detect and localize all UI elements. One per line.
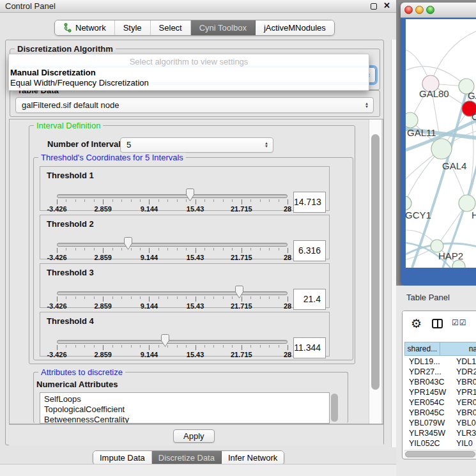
table-header-row: shared... na: [404, 342, 476, 356]
slider-thumb[interactable]: [123, 236, 133, 250]
threshold-value-field[interactable]: 21.4: [293, 289, 326, 310]
tab-jactivemnodules-label: jActiveMNodules: [264, 23, 326, 33]
slider-track[interactable]: [57, 340, 288, 344]
combo-arrows-icon: ▲ ▼: [265, 142, 268, 148]
node-gal11[interactable]: [406, 112, 418, 128]
scale-label: 9.144: [141, 254, 158, 261]
scale-label: 9.144: [141, 351, 158, 358]
tick-mark: [204, 199, 205, 202]
cell-shared-name: YDR27...: [404, 367, 452, 377]
tick-mark: [66, 296, 66, 299]
slider-thumb[interactable]: [185, 188, 195, 202]
tab-jactivemnodules[interactable]: jActiveMNodules: [256, 20, 334, 35]
select-columns-icon[interactable]: ☑☑: [452, 318, 467, 327]
tab-cyni-toolbox[interactable]: Cyni Toolbox: [191, 20, 256, 35]
tab-network[interactable]: Network: [55, 20, 115, 35]
column-header-shared-name[interactable]: shared...: [404, 342, 440, 356]
tick-mark: [94, 199, 95, 202]
float-window-icon[interactable]: [371, 3, 377, 10]
table-row[interactable]: YPR145W YPR1: [404, 387, 476, 397]
attribute-list-item[interactable]: TopologicalCoefficient: [40, 404, 329, 415]
zoom-traffic-light-icon[interactable]: [426, 6, 434, 14]
threshold-value-field[interactable]: 11.344: [293, 337, 326, 358]
apply-button[interactable]: Apply: [173, 429, 215, 443]
threshold-value-field[interactable]: 6.316: [293, 240, 326, 261]
close-traffic-light-icon[interactable]: [404, 6, 413, 14]
scrollbar-thumb[interactable]: [405, 451, 475, 457]
tick-mark: [269, 345, 270, 348]
table-row[interactable]: YDL19... YDL1: [404, 357, 476, 367]
slider-scale: -3.4262.8599.14415.4321.71528: [57, 351, 288, 358]
table-toolbar: ⚙ ☑☑: [403, 311, 476, 341]
node-table-card: ⚙ ☑☑ shared... na YDL19... YDL1YDR27... …: [402, 311, 476, 459]
slider-thumb[interactable]: [160, 334, 170, 348]
table-row[interactable]: YBR045C YBR0: [404, 408, 476, 418]
table-data-combobox[interactable]: galFiltered.sif default node ▲ ▼: [15, 97, 374, 113]
slider-track[interactable]: [57, 243, 288, 247]
tick-mark: [112, 345, 113, 348]
table-row[interactable]: YBR043C YBR0: [404, 377, 476, 387]
scale-label: 9.144: [141, 302, 158, 310]
bottom-tab-bar: Impute Data Discretize Data Infer Networ…: [93, 450, 284, 465]
scale-label: 21.715: [231, 205, 252, 213]
tick-mark: [177, 199, 178, 202]
attribute-list-item[interactable]: BetweennessCentrality: [40, 415, 329, 424]
scrollbar-thumb[interactable]: [371, 134, 380, 390]
network-window-titlebar[interactable]: [401, 3, 476, 18]
attributes-scrollbar-thumb[interactable]: [331, 394, 338, 422]
panel-title: Control Panel: [5, 1, 56, 11]
threshold-slider[interactable]: -3.4262.8599.14415.4321.71528: [40, 264, 329, 307]
table-row[interactable]: YBL079W YBL0: [404, 418, 476, 428]
tick-mark: [177, 296, 178, 299]
number-of-intervals-combobox[interactable]: 5 ▲ ▼: [120, 137, 273, 153]
network-canvas[interactable]: GAL80GACGAL11GAL4GCY1HHAP2: [406, 19, 476, 268]
numerical-attributes-list[interactable]: SelfLoopsTopologicalCoefficientBetweenne…: [40, 392, 330, 424]
tick-mark: [103, 345, 104, 350]
tick-mark: [167, 248, 168, 250]
dropdown-item-manual-discretization[interactable]: Manual Discretization: [9, 68, 369, 78]
column-header-name[interactable]: na: [440, 342, 476, 356]
cell-name: YDR2: [452, 367, 476, 377]
vertical-scrollbar[interactable]: [369, 119, 382, 424]
tab-impute-data[interactable]: Impute Data: [93, 451, 152, 464]
node-hub[interactable]: [431, 139, 452, 159]
attribute-list-item[interactable]: SelfLoops: [40, 394, 329, 404]
dropdown-item-equal-width[interactable]: Equal Width/Frequency Discretization: [9, 78, 369, 88]
panel-right-scroll-strip[interactable]: [391, 40, 396, 447]
tab-cyni-toolbox-label: Cyni Toolbox: [199, 23, 247, 33]
slider-track[interactable]: [57, 291, 288, 295]
tick-mark: [167, 199, 168, 202]
table-row[interactable]: YIL052C YIL0: [404, 438, 476, 449]
slider-thumb[interactable]: [234, 285, 244, 299]
number-of-intervals-value: 5: [127, 140, 131, 150]
thresholds-group-title: Threshold's Coordinates for 5 Intervals: [38, 153, 186, 162]
minimize-traffic-light-icon[interactable]: [415, 6, 424, 14]
threshold-slider[interactable]: -3.4262.8599.14415.4321.71528: [40, 215, 329, 259]
tick-mark: [84, 345, 85, 348]
tick-mark: [103, 296, 104, 302]
gear-icon[interactable]: ⚙: [411, 316, 422, 331]
tab-style[interactable]: Style: [115, 20, 151, 35]
scale-label: -3.426: [47, 351, 66, 358]
split-view-icon[interactable]: [432, 319, 443, 328]
tab-discretize-data[interactable]: Discretize Data: [152, 451, 222, 464]
slider-track[interactable]: [57, 194, 288, 198]
network-view-window[interactable]: GAL80GACGAL11GAL4GCY1HHAP2: [401, 3, 476, 286]
checkbox-icon: ☑: [452, 318, 459, 327]
table-row[interactable]: YLR345W YLR3: [404, 428, 476, 438]
table-row[interactable]: YDR27... YDR2: [404, 367, 476, 377]
scale-label: 28: [284, 302, 291, 310]
threshold-slider[interactable]: -3.4262.8599.14415.4321.71528: [40, 312, 329, 356]
tick-mark: [112, 199, 113, 202]
close-icon[interactable]: ✕: [383, 1, 390, 10]
node-gcy1[interactable]: [406, 196, 411, 210]
tab-select[interactable]: Select: [151, 20, 191, 35]
tab-infer-network[interactable]: Infer Network: [222, 451, 284, 464]
threshold-slider[interactable]: -3.4262.8599.14415.4321.71528: [40, 167, 329, 210]
tick-mark: [140, 248, 141, 250]
table-row[interactable]: YER054C YER0: [404, 397, 476, 408]
table-horizontal-scrollbar[interactable]: [404, 450, 476, 457]
slider-ticks: [57, 248, 288, 254]
threshold-value-field[interactable]: 14.713: [293, 192, 326, 213]
tick-mark: [223, 345, 224, 348]
